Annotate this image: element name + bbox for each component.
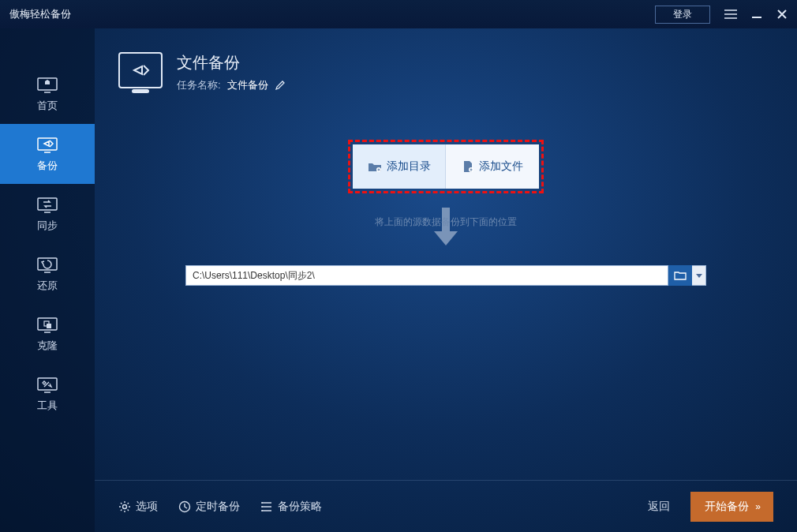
task-name-value: 文件备份 xyxy=(227,78,268,92)
add-folder-button[interactable]: 添加目录 xyxy=(353,144,446,189)
task-name-label: 任务名称: xyxy=(177,78,221,92)
backup-monitor-icon xyxy=(36,137,58,154)
login-button[interactable]: 登录 xyxy=(655,6,710,24)
sidebar: 首页 备份 同步 还原 xyxy=(0,28,95,532)
sidebar-item-tools[interactable]: 工具 xyxy=(0,364,95,424)
start-backup-button[interactable]: 开始备份 » xyxy=(690,492,773,522)
options-label: 选项 xyxy=(136,500,158,514)
sidebar-item-clone[interactable]: 克隆 xyxy=(0,304,95,364)
sidebar-item-label: 首页 xyxy=(37,99,58,113)
clock-icon xyxy=(178,500,191,513)
add-source-box: 添加目录 添加文件 xyxy=(348,140,544,193)
chevron-right-icon: » xyxy=(755,501,759,512)
menu-list-icon[interactable] xyxy=(724,9,737,19)
hint-text: 将上面的源数据备份到下面的位置 xyxy=(375,215,517,229)
destination-path-input[interactable] xyxy=(185,265,668,286)
svg-point-14 xyxy=(261,510,263,511)
svg-rect-1 xyxy=(38,138,57,150)
file-plus-icon xyxy=(462,160,474,173)
strategy-list-icon xyxy=(260,500,273,513)
sidebar-item-label: 同步 xyxy=(37,219,58,233)
sidebar-item-label: 备份 xyxy=(37,159,58,173)
edit-pencil-icon[interactable] xyxy=(275,80,286,91)
page-title: 文件备份 xyxy=(177,52,286,73)
browse-folder-button[interactable] xyxy=(668,265,692,286)
svg-point-13 xyxy=(261,506,263,508)
footer-bar: 选项 定时备份 备份策略 xyxy=(95,480,797,532)
tools-monitor-icon xyxy=(36,377,58,394)
center-area: 添加目录 添加文件 将上面的源数据备份到下面的位置 xyxy=(95,92,797,480)
svg-rect-6 xyxy=(47,324,51,328)
titlebar: 傲梅轻松备份 登录 xyxy=(0,0,797,28)
sidebar-item-sync[interactable]: 同步 xyxy=(0,184,95,244)
sidebar-item-backup[interactable]: 备份 xyxy=(0,124,95,184)
svg-point-12 xyxy=(261,502,263,504)
add-file-label: 添加文件 xyxy=(479,159,523,174)
backup-strategy-button[interactable]: 备份策略 xyxy=(260,500,322,514)
destination-dropdown-button[interactable] xyxy=(692,265,706,286)
body: 首页 备份 同步 还原 xyxy=(0,28,797,532)
main-panel: 文件备份 任务名称: 文件备份 xyxy=(95,28,797,532)
sidebar-item-home[interactable]: 首页 xyxy=(0,64,95,124)
svg-rect-2 xyxy=(38,198,57,210)
page-header: 文件备份 任务名称: 文件备份 xyxy=(95,28,797,92)
sync-monitor-icon xyxy=(36,197,58,214)
clone-monitor-icon xyxy=(36,317,58,334)
close-icon[interactable] xyxy=(776,9,788,20)
task-name-row: 任务名称: 文件备份 xyxy=(177,78,286,92)
options-button[interactable]: 选项 xyxy=(118,500,158,514)
gear-icon xyxy=(118,500,131,513)
start-backup-label: 开始备份 xyxy=(705,500,749,514)
destination-row xyxy=(185,265,706,286)
app-title: 傲梅轻松备份 xyxy=(9,7,71,21)
add-file-button[interactable]: 添加文件 xyxy=(446,144,539,189)
strategy-label: 备份策略 xyxy=(278,500,322,514)
sidebar-item-label: 工具 xyxy=(37,399,58,413)
arrow-down-icon xyxy=(436,208,456,252)
file-backup-hero-icon xyxy=(118,52,163,88)
folder-plus-icon xyxy=(368,161,382,172)
minimize-icon[interactable] xyxy=(751,9,762,20)
app-window: 傲梅轻松备份 登录 首页 xyxy=(0,0,797,532)
window-controls xyxy=(724,9,788,20)
schedule-backup-button[interactable]: 定时备份 xyxy=(178,500,240,514)
sidebar-item-restore[interactable]: 还原 xyxy=(0,244,95,304)
add-folder-label: 添加目录 xyxy=(387,159,431,174)
back-button[interactable]: 返回 xyxy=(648,500,670,514)
restore-monitor-icon xyxy=(36,257,58,274)
svg-point-10 xyxy=(123,504,127,508)
sidebar-item-label: 还原 xyxy=(37,279,58,293)
sidebar-item-label: 克隆 xyxy=(37,339,58,353)
schedule-label: 定时备份 xyxy=(196,500,240,514)
home-monitor-icon xyxy=(36,77,58,94)
